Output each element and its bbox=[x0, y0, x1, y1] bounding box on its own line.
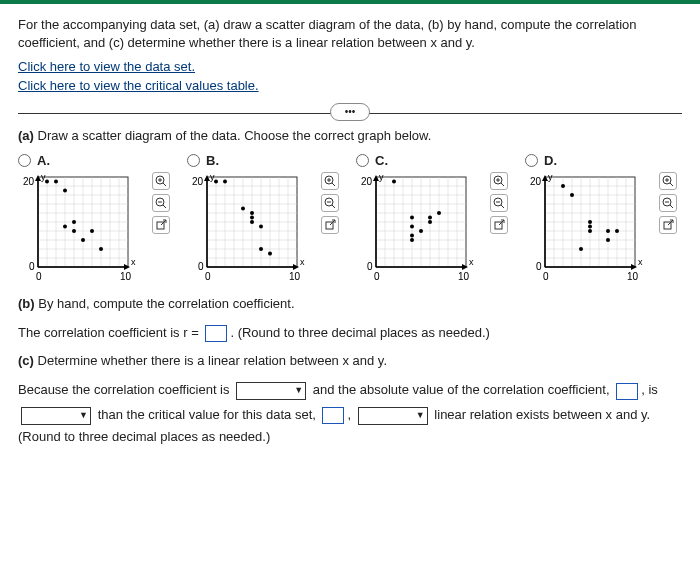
link-view-dataset[interactable]: Click here to view the data set. bbox=[18, 58, 682, 76]
part-c-seg2: and the absolute value of the correlatio… bbox=[313, 382, 610, 397]
part-b-line: The correlation coefficient is r = . (Ro… bbox=[18, 321, 682, 346]
svg-text:10: 10 bbox=[627, 271, 639, 282]
more-button[interactable]: ••• bbox=[330, 103, 370, 121]
question-content: For the accompanying data set, (a) draw … bbox=[0, 4, 700, 458]
part-b-text: By hand, compute the correlation coeffic… bbox=[38, 296, 294, 311]
scatter-plot-b: y x 20 0 0 10 bbox=[187, 172, 312, 282]
svg-point-114 bbox=[410, 238, 414, 242]
svg-point-25 bbox=[81, 238, 85, 242]
dropdown-sign[interactable]: ▼ bbox=[236, 382, 306, 400]
radio-d[interactable] bbox=[525, 154, 538, 167]
svg-point-72 bbox=[259, 224, 263, 228]
option-b-label: B. bbox=[206, 153, 219, 168]
svg-text:10: 10 bbox=[458, 271, 470, 282]
critical-value-input[interactable] bbox=[322, 407, 344, 424]
option-b: B. bbox=[187, 153, 344, 282]
svg-text:y: y bbox=[41, 172, 46, 182]
svg-text:x: x bbox=[638, 257, 643, 267]
svg-text:0: 0 bbox=[543, 271, 549, 282]
scatter-plot-c: y x 20 0 0 10 bbox=[356, 172, 481, 282]
chevron-down-icon: ▼ bbox=[416, 407, 425, 424]
ellipsis-icon: ••• bbox=[345, 106, 356, 117]
svg-text:20: 20 bbox=[361, 176, 373, 187]
popout-icon[interactable] bbox=[321, 216, 339, 234]
svg-point-117 bbox=[410, 215, 414, 219]
svg-text:0: 0 bbox=[536, 261, 542, 272]
svg-point-26 bbox=[90, 229, 94, 233]
part-b-round-hint: (Round to three decimal places as needed… bbox=[238, 325, 490, 340]
dropdown-relation[interactable]: ▼ bbox=[358, 407, 428, 425]
svg-point-163 bbox=[588, 229, 592, 233]
svg-line-133 bbox=[501, 183, 504, 186]
radio-b[interactable] bbox=[187, 154, 200, 167]
svg-text:x: x bbox=[469, 257, 474, 267]
svg-point-165 bbox=[588, 220, 592, 224]
option-a: A. bbox=[18, 153, 175, 282]
zoom-in-icon[interactable] bbox=[659, 172, 677, 190]
graph-d: y x 20 0 0 10 bbox=[525, 172, 675, 282]
svg-point-162 bbox=[579, 247, 583, 251]
graph-a: y x 20 0 0 10 bbox=[18, 172, 168, 282]
zoom-in-icon[interactable] bbox=[321, 172, 339, 190]
svg-text:0: 0 bbox=[205, 271, 211, 282]
svg-text:0: 0 bbox=[198, 261, 204, 272]
chevron-down-icon: ▼ bbox=[294, 382, 303, 399]
scatter-plot-a: y x 20 0 0 10 bbox=[18, 172, 143, 282]
part-c-seg6: linear relation exists between x and y. bbox=[434, 407, 650, 422]
option-a-label: A. bbox=[37, 153, 50, 168]
part-c-seg3: , is bbox=[641, 382, 658, 397]
part-b: (b) By hand, compute the correlation coe… bbox=[18, 296, 682, 311]
svg-point-74 bbox=[268, 251, 272, 255]
svg-point-115 bbox=[410, 233, 414, 237]
part-b-prefix: The correlation coefficient is r = bbox=[18, 325, 199, 340]
option-d-label: D. bbox=[544, 153, 557, 168]
radio-a[interactable] bbox=[18, 154, 31, 167]
zoom-out-icon[interactable] bbox=[490, 194, 508, 212]
svg-text:20: 20 bbox=[192, 176, 204, 187]
svg-point-24 bbox=[72, 220, 76, 224]
svg-point-160 bbox=[561, 184, 565, 188]
graph-c: y x 20 0 0 10 bbox=[356, 172, 506, 282]
zoom-in-icon[interactable] bbox=[152, 172, 170, 190]
popout-icon[interactable] bbox=[152, 216, 170, 234]
svg-text:0: 0 bbox=[29, 261, 35, 272]
svg-point-168 bbox=[615, 229, 619, 233]
svg-point-21 bbox=[63, 188, 67, 192]
svg-point-68 bbox=[241, 206, 245, 210]
option-d: D. bbox=[525, 153, 682, 282]
svg-point-67 bbox=[223, 179, 227, 183]
zoom-out-icon[interactable] bbox=[321, 194, 339, 212]
svg-point-73 bbox=[259, 247, 263, 251]
dropdown-compare[interactable]: ▼ bbox=[21, 407, 91, 425]
svg-point-70 bbox=[250, 215, 254, 219]
question-prompt: For the accompanying data set, (a) draw … bbox=[18, 16, 682, 52]
zoom-out-icon[interactable] bbox=[659, 194, 677, 212]
zoom-out-icon[interactable] bbox=[152, 194, 170, 212]
svg-text:y: y bbox=[210, 172, 215, 182]
radio-c[interactable] bbox=[356, 154, 369, 167]
svg-text:0: 0 bbox=[367, 261, 373, 272]
part-c-text: Determine whether there is a linear rela… bbox=[38, 353, 388, 368]
part-c-round-hint: (Round to three decimal places as needed… bbox=[18, 428, 682, 446]
svg-text:0: 0 bbox=[374, 271, 380, 282]
zoom-in-icon[interactable] bbox=[490, 172, 508, 190]
svg-point-167 bbox=[606, 229, 610, 233]
chevron-down-icon: ▼ bbox=[79, 407, 88, 424]
scatter-plot-d: y x 20 0 0 10 bbox=[525, 172, 650, 282]
svg-text:x: x bbox=[131, 257, 136, 267]
popout-icon[interactable] bbox=[659, 216, 677, 234]
r-value-input[interactable] bbox=[205, 325, 227, 342]
svg-point-19 bbox=[45, 179, 49, 183]
option-c: C. bbox=[356, 153, 513, 282]
svg-point-113 bbox=[392, 179, 396, 183]
part-c-seg1: Because the correlation coefficient is bbox=[18, 382, 230, 397]
link-view-critical-values[interactable]: Click here to view the critical values t… bbox=[18, 77, 682, 95]
part-b-label: (b) bbox=[18, 296, 35, 311]
svg-point-121 bbox=[437, 211, 441, 215]
part-c-seg5: , bbox=[347, 407, 351, 422]
svg-line-184 bbox=[670, 205, 673, 208]
abs-r-input[interactable] bbox=[616, 383, 638, 400]
popout-icon[interactable] bbox=[490, 216, 508, 234]
svg-text:10: 10 bbox=[289, 271, 301, 282]
svg-point-166 bbox=[606, 238, 610, 242]
